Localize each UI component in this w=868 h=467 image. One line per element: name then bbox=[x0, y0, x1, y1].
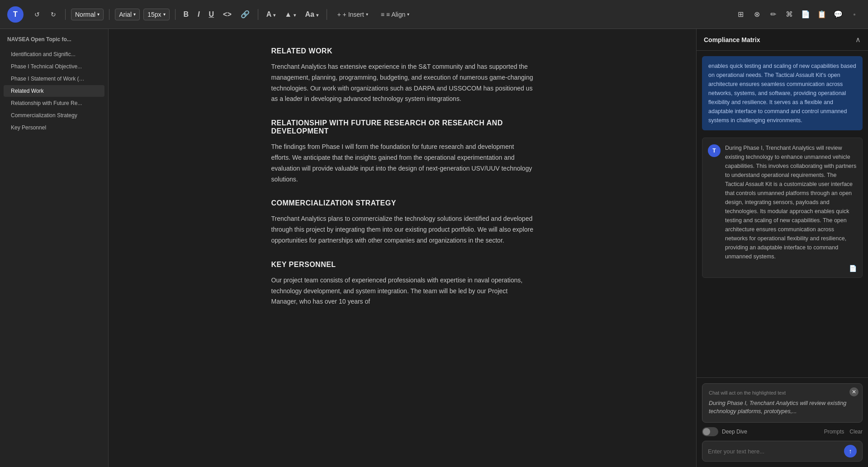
section-related-work-para: Trenchant Analytics has extensive experi… bbox=[271, 62, 534, 105]
compliance-item-actions: 📄 bbox=[725, 265, 857, 272]
redo-button[interactable]: ↻ bbox=[47, 9, 60, 20]
chat-highlighted-label: Chat will act on the highlighted text bbox=[709, 390, 856, 396]
chat-send-button[interactable]: ↑ bbox=[844, 445, 857, 457]
deep-dive-switch[interactable] bbox=[702, 427, 718, 436]
section-commercialization-title: COMMERCIALIZATION STRATEGY bbox=[271, 199, 534, 207]
divider-1 bbox=[65, 9, 66, 20]
section-related-work: RELATED WORK Trenchant Analytics has ext… bbox=[271, 47, 534, 105]
sidebar-item-related-work[interactable]: Related Work bbox=[4, 85, 104, 97]
chat-highlighted-box: ✕ Chat will act on the highlighted text … bbox=[702, 383, 863, 423]
chevron-down-icon: ▾ bbox=[366, 12, 368, 17]
chevron-down-icon: ▾ bbox=[163, 12, 166, 17]
font-style-button[interactable]: Aa ▾ bbox=[302, 9, 321, 20]
tool1-button[interactable]: ⊞ bbox=[734, 8, 747, 21]
toolbar: T ↺ ↻ Normal ▾ Arial ▾ 15px ▾ B I U <> 🔗… bbox=[0, 0, 868, 29]
compliance-chevron-icon[interactable]: ∧ bbox=[855, 35, 861, 44]
sidebar-item-identification[interactable]: Identification and Signific... bbox=[4, 48, 104, 60]
bold-button[interactable]: B bbox=[181, 9, 192, 20]
chat-actions: Prompts Clear bbox=[824, 429, 863, 435]
text-color-button[interactable]: A ▾ bbox=[264, 9, 278, 20]
style-select[interactable]: Normal ▾ bbox=[71, 9, 104, 20]
chevron-down-icon: ▾ bbox=[407, 12, 409, 17]
deep-dive-label: Deep Dive bbox=[722, 429, 747, 435]
section-commercialization: COMMERCIALIZATION STRATEGY Trenchant Ana… bbox=[271, 199, 534, 246]
sidebar: NAVSEA Open Topic fo... Identification a… bbox=[0, 29, 109, 467]
insert-button[interactable]: + + Insert ▾ bbox=[332, 9, 372, 20]
link-button[interactable]: 🔗 bbox=[238, 8, 252, 20]
italic-button[interactable]: I bbox=[195, 9, 202, 20]
sidebar-item-phase-statement[interactable]: Phase I Statement of Work (… bbox=[4, 73, 104, 85]
dot-indicator: ● bbox=[848, 8, 861, 21]
chevron-down-icon: ▾ bbox=[316, 13, 318, 18]
compliance-title: Compliance Matrix bbox=[704, 36, 760, 43]
chevron-down-icon: ▾ bbox=[133, 12, 136, 17]
clipboard-button[interactable]: 📋 bbox=[816, 8, 828, 21]
compliance-item-body: During Phase I, Trenchant Analytics will… bbox=[725, 143, 857, 272]
chevron-down-icon: ▾ bbox=[97, 12, 100, 17]
chat-input-row: ↑ bbox=[702, 441, 863, 462]
command-button[interactable]: ⌘ bbox=[783, 8, 796, 21]
sidebar-item-relationship[interactable]: Relationship with Future Re... bbox=[4, 97, 104, 109]
sidebar-item-key-personnel[interactable]: Key Personnel bbox=[4, 122, 104, 133]
highlight-icon: ▲ bbox=[285, 10, 292, 18]
section-key-personnel-para: Our project team consists of experienced… bbox=[271, 275, 534, 307]
right-panel: Compliance Matrix ∧ enables quick testin… bbox=[696, 29, 868, 467]
sidebar-item-phase-technical[interactable]: Phase I Technical Objective... bbox=[4, 61, 104, 72]
compliance-header: Compliance Matrix ∧ bbox=[697, 29, 868, 51]
code-button[interactable]: <> bbox=[220, 9, 234, 20]
section-related-work-title: RELATED WORK bbox=[271, 47, 534, 55]
chat-button[interactable]: 💬 bbox=[832, 8, 844, 21]
toolbar-right: ⊞ ⊗ ✏ ⌘ 📄 📋 💬 ● bbox=[734, 8, 861, 21]
chat-controls: Deep Dive Prompts Clear bbox=[702, 427, 863, 436]
compliance-content: enables quick testing and scaling of new… bbox=[697, 51, 868, 377]
divider-5 bbox=[327, 9, 327, 20]
underline-button[interactable]: U bbox=[206, 9, 217, 20]
section-key-personnel: KEY PERSONNEL Our project team consists … bbox=[271, 261, 534, 307]
compliance-highlight-box: enables quick testing and scaling of new… bbox=[702, 56, 863, 130]
prompts-link[interactable]: Prompts bbox=[824, 429, 844, 435]
plus-icon: + bbox=[337, 11, 341, 18]
undo-icon: ↺ bbox=[34, 11, 40, 18]
chat-highlighted-text: During Phase I, Trenchant Analytics will… bbox=[709, 399, 856, 416]
chat-input[interactable] bbox=[708, 448, 840, 455]
compliance-item-0: T During Phase I, Trenchant Analytics wi… bbox=[702, 138, 863, 278]
size-select[interactable]: 15px ▾ bbox=[143, 9, 169, 20]
section-relationship: RELATIONSHIP WITH FUTURE RESEARCH OR RES… bbox=[271, 119, 534, 185]
tool2-button[interactable]: ⊗ bbox=[750, 8, 763, 21]
section-key-personnel-title: KEY PERSONNEL bbox=[271, 261, 534, 269]
document-page: RELATED WORK Trenchant Analytics has ext… bbox=[244, 29, 561, 340]
undo-button[interactable]: ↺ bbox=[31, 9, 43, 20]
chevron-down-icon: ▾ bbox=[273, 13, 275, 18]
document-area[interactable]: RELATED WORK Trenchant Analytics has ext… bbox=[109, 29, 696, 467]
redo-icon: ↻ bbox=[51, 11, 56, 18]
send-icon: ↑ bbox=[849, 448, 852, 455]
chat-panel: ✕ Chat will act on the highlighted text … bbox=[697, 377, 868, 467]
align-button[interactable]: ≡ ≡ Align ▾ bbox=[376, 9, 414, 20]
divider-4 bbox=[258, 9, 258, 20]
document-button[interactable]: 📄 bbox=[799, 8, 812, 21]
chat-close-button[interactable]: ✕ bbox=[849, 387, 859, 396]
app-logo: T bbox=[7, 6, 24, 23]
compliance-item-icon: T bbox=[708, 144, 721, 157]
sidebar-item-commercialization[interactable]: Commercialization Strategy bbox=[4, 110, 104, 121]
chevron-down-icon: ▾ bbox=[294, 13, 296, 18]
link-icon: 🔗 bbox=[241, 10, 250, 18]
section-relationship-para: The findings from Phase I will form the … bbox=[271, 142, 534, 185]
deep-dive-toggle: Deep Dive bbox=[702, 427, 747, 436]
sidebar-title: NAVSEA Open Topic fo... bbox=[0, 36, 108, 48]
font-select[interactable]: Arial ▾ bbox=[115, 9, 140, 20]
clear-link[interactable]: Clear bbox=[849, 429, 863, 435]
copy-icon[interactable]: 📄 bbox=[849, 265, 857, 272]
divider-3 bbox=[175, 9, 175, 20]
compliance-item-text: During Phase I, Trenchant Analytics will… bbox=[725, 143, 857, 261]
edit-icon-button[interactable]: ✏ bbox=[767, 8, 779, 21]
section-relationship-title: RELATIONSHIP WITH FUTURE RESEARCH OR RES… bbox=[271, 119, 534, 135]
section-commercialization-para: Trenchant Analytics plans to commerciali… bbox=[271, 214, 534, 246]
highlight-button[interactable]: ▲ ▾ bbox=[282, 9, 299, 20]
main-layout: NAVSEA Open Topic fo... Identification a… bbox=[0, 29, 868, 467]
compliance-highlight-text: enables quick testing and scaling of new… bbox=[708, 63, 856, 124]
divider-2 bbox=[109, 9, 109, 20]
align-icon: ≡ bbox=[381, 11, 384, 18]
